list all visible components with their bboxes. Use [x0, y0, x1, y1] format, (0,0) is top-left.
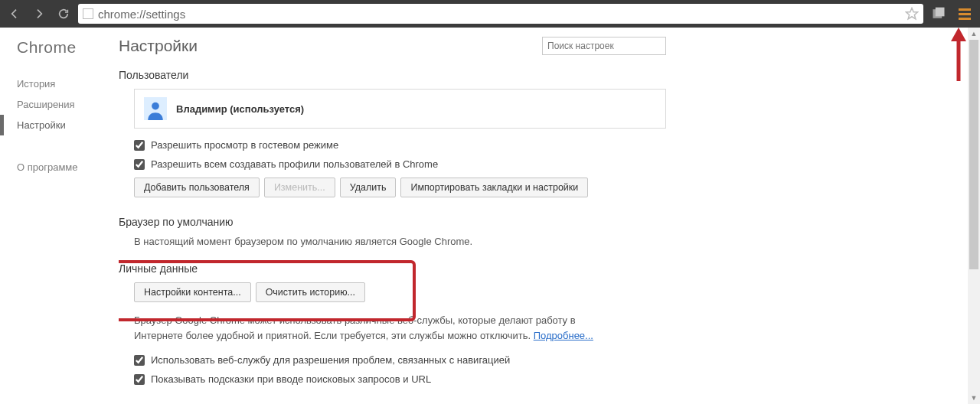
search-suggestions-checkbox[interactable] — [134, 374, 145, 385]
svg-rect-2 — [936, 8, 945, 17]
guest-browsing-checkbox[interactable] — [134, 140, 145, 151]
scroll-down-button[interactable]: ▼ — [968, 392, 980, 404]
current-user-row[interactable]: Владимир (используется) — [134, 89, 666, 129]
user-buttons-row: Добавить пользователя Изменить... Удалит… — [134, 178, 980, 197]
scrollbar-thumb[interactable] — [969, 40, 978, 269]
create-profiles-checkbox-row[interactable]: Разрешить всем создавать профили пользов… — [134, 158, 980, 170]
default-browser-title: Браузер по умолчанию — [119, 216, 980, 228]
create-profiles-label: Разрешить всем создавать профили пользов… — [151, 158, 438, 170]
users-section: Пользователи Владимир (используется) Раз… — [119, 69, 980, 197]
vertical-scrollbar[interactable]: ▲ ▼ — [968, 28, 980, 404]
nav-webservice-label: Использовать веб-службу для разрешения п… — [151, 354, 510, 366]
edit-user-button: Изменить... — [264, 178, 335, 197]
default-browser-section: Браузер по умолчанию В настоящий момент … — [119, 216, 980, 247]
privacy-description: Браузер Google Chrome может использовать… — [134, 313, 624, 344]
menu-button[interactable] — [954, 3, 975, 24]
nav-webservice-checkbox-row[interactable]: Использовать веб-службу для разрешения п… — [134, 354, 980, 366]
settings-search-input[interactable] — [542, 37, 666, 55]
url-input[interactable] — [98, 8, 900, 21]
guest-browsing-label: Разрешить просмотр в гостевом режиме — [151, 139, 338, 151]
sidebar-title: Chrome — [17, 38, 119, 57]
search-suggestions-label: Показывать подсказки при вводе поисковых… — [151, 373, 431, 385]
scroll-up-button[interactable]: ▲ — [968, 28, 980, 40]
sidebar-item-history[interactable]: История — [17, 73, 119, 94]
privacy-title: Личные данные — [119, 262, 980, 275]
svg-point-3 — [152, 103, 159, 110]
page-icon — [83, 8, 93, 19]
import-bookmarks-button[interactable]: Импортировать закладки и настройки — [400, 178, 588, 197]
svg-marker-0 — [906, 8, 918, 19]
avatar-icon — [144, 97, 167, 120]
sidebar-item-about[interactable]: О программе — [17, 157, 119, 178]
privacy-section: Личные данные Настройки контента... Очис… — [119, 262, 980, 385]
users-section-title: Пользователи — [119, 69, 980, 81]
default-browser-text: В настоящий момент браузером по умолчани… — [134, 236, 980, 247]
bookmark-star-icon[interactable] — [905, 7, 919, 21]
extension-icon[interactable] — [928, 3, 949, 24]
delete-user-button[interactable]: Удалить — [340, 178, 397, 197]
content-settings-button[interactable]: Настройки контента... — [134, 282, 251, 302]
settings-content: Настройки Пользователи Владимир (использ… — [119, 28, 980, 404]
privacy-buttons-row: Настройки контента... Очистить историю..… — [134, 282, 980, 302]
address-bar[interactable] — [78, 4, 923, 24]
add-user-button[interactable]: Добавить пользователя — [134, 178, 260, 197]
clear-history-button[interactable]: Очистить историю... — [256, 282, 365, 302]
nav-webservice-checkbox[interactable] — [134, 355, 145, 366]
learn-more-link[interactable]: Подробнее... — [534, 330, 593, 341]
create-profiles-checkbox[interactable] — [134, 159, 145, 170]
reload-button[interactable] — [54, 4, 74, 24]
sidebar-item-extensions[interactable]: Расширения — [17, 94, 119, 115]
back-button[interactable] — [5, 4, 24, 24]
page-title: Настройки — [119, 37, 198, 55]
privacy-desc-text: Браузер Google Chrome может использовать… — [134, 314, 576, 341]
main-area: Chrome История Расширения Настройки О пр… — [0, 28, 980, 404]
user-name-label: Владимир (используется) — [176, 103, 304, 115]
search-suggestions-checkbox-row[interactable]: Показывать подсказки при вводе поисковых… — [134, 373, 980, 385]
guest-browsing-checkbox-row[interactable]: Разрешить просмотр в гостевом режиме — [134, 139, 980, 151]
content-header: Настройки — [119, 37, 666, 55]
forward-button[interactable] — [29, 4, 49, 24]
settings-sidebar: Chrome История Расширения Настройки О пр… — [0, 28, 119, 404]
browser-toolbar — [0, 0, 980, 28]
sidebar-item-settings[interactable]: Настройки — [17, 115, 119, 135]
